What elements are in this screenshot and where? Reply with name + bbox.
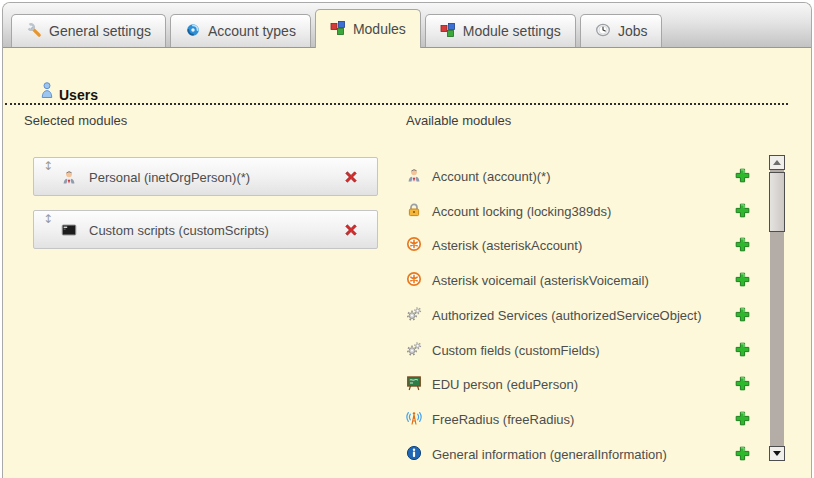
tab-label: Modules: [353, 21, 406, 37]
add-plus-icon[interactable]: [734, 167, 751, 184]
available-module-custom-fields: Custom fields (customFields): [406, 341, 766, 359]
modules-cubes-icon: [440, 22, 456, 41]
sync-ball-icon: [185, 22, 201, 41]
add-plus-icon[interactable]: [734, 445, 751, 462]
available-module-label: EDU person (eduPerson): [432, 377, 578, 392]
selected-module-label: Custom scripts (customScripts): [89, 223, 269, 238]
available-module-edu-person: EDU person (eduPerson): [406, 375, 766, 393]
delete-x-icon[interactable]: [343, 222, 359, 238]
add-plus-icon[interactable]: [734, 236, 751, 253]
antenna-icon: [406, 410, 422, 430]
available-module-account-locking: Account locking (locking389ds): [406, 202, 766, 220]
available-module-account: Account (account)(*): [406, 167, 766, 185]
chevron-down-icon: [773, 451, 781, 456]
asterisk-icon: [406, 236, 422, 256]
available-modules-heading: Available modules: [406, 113, 511, 128]
delete-x-icon[interactable]: [343, 169, 359, 185]
wrench-icon: [26, 22, 42, 41]
clock-icon: [595, 22, 611, 41]
user-figure-icon: [39, 81, 55, 103]
available-module-label: FreeRadius (freeRadius): [432, 412, 574, 427]
person-tie-icon: [406, 167, 422, 187]
tab-label: Account types: [208, 23, 296, 39]
add-plus-icon[interactable]: [734, 306, 751, 323]
modules-cubes-icon: [330, 20, 346, 39]
available-module-freeradius: FreeRadius (freeRadius): [406, 410, 766, 428]
tab-label: General settings: [49, 23, 151, 39]
tab-label: Jobs: [618, 23, 648, 39]
scrollbar-up-button[interactable]: [769, 155, 785, 170]
section-title: Users: [59, 87, 98, 103]
add-plus-icon[interactable]: [734, 341, 751, 358]
tab-account-types[interactable]: Account types: [170, 14, 311, 47]
selected-module-custom-scripts[interactable]: ↕ Custom scripts (customScripts): [33, 210, 378, 249]
drag-handle-icon[interactable]: ↕: [43, 159, 53, 173]
available-module-label: General information (generalInformation): [432, 447, 667, 462]
terminal-icon: [61, 222, 77, 242]
info-icon: [406, 445, 422, 465]
chevron-up-icon: [773, 160, 781, 165]
gears-icon: [406, 306, 422, 326]
tab-module-settings[interactable]: Module settings: [425, 14, 576, 47]
available-module-label: Account (account)(*): [432, 169, 551, 184]
available-module-general-information: General information (generalInformation): [406, 445, 766, 463]
tab-jobs[interactable]: Jobs: [580, 14, 663, 47]
drag-handle-icon[interactable]: ↕: [43, 212, 53, 226]
tab-general-settings[interactable]: General settings: [11, 14, 166, 47]
gears-icon: [406, 341, 422, 361]
add-plus-icon[interactable]: [734, 202, 751, 219]
add-plus-icon[interactable]: [734, 375, 751, 392]
section-divider: [5, 103, 788, 105]
available-module-label: Asterisk voicemail (asteriskVoicemail): [432, 273, 649, 288]
available-module-label: Custom fields (customFields): [432, 343, 600, 358]
available-module-asterisk-voicemail: Asterisk voicemail (asteriskVoicemail): [406, 271, 766, 289]
add-plus-icon[interactable]: [734, 271, 751, 288]
config-panel: General settings Account types: [2, 2, 812, 478]
available-module-label: Asterisk (asteriskAccount): [432, 238, 582, 253]
available-module-asterisk: Asterisk (asteriskAccount): [406, 236, 766, 254]
add-plus-icon[interactable]: [734, 410, 751, 427]
selected-module-personal[interactable]: ↕ Personal (inetOrgPerson)(*): [33, 157, 378, 196]
selected-modules-heading: Selected modules: [24, 113, 127, 128]
tab-bar: General settings Account types: [3, 3, 811, 48]
scrollbar-thumb[interactable]: [769, 172, 785, 232]
tab-label: Module settings: [463, 23, 561, 39]
lock-icon: [406, 202, 422, 222]
scrollbar-down-button[interactable]: [769, 446, 785, 461]
available-module-label: Account locking (locking389ds): [432, 204, 611, 219]
tab-modules[interactable]: Modules: [315, 9, 421, 48]
available-module-authorized-services: Authorized Services (authorizedServiceOb…: [406, 306, 766, 324]
selected-module-label: Personal (inetOrgPerson)(*): [89, 170, 250, 185]
person-tie-icon: [61, 169, 77, 189]
chalkboard-icon: [406, 375, 422, 395]
available-modules-scrollbar[interactable]: [769, 155, 785, 461]
asterisk-icon: [406, 271, 422, 291]
available-module-label: Authorized Services (authorizedServiceOb…: [432, 308, 702, 323]
